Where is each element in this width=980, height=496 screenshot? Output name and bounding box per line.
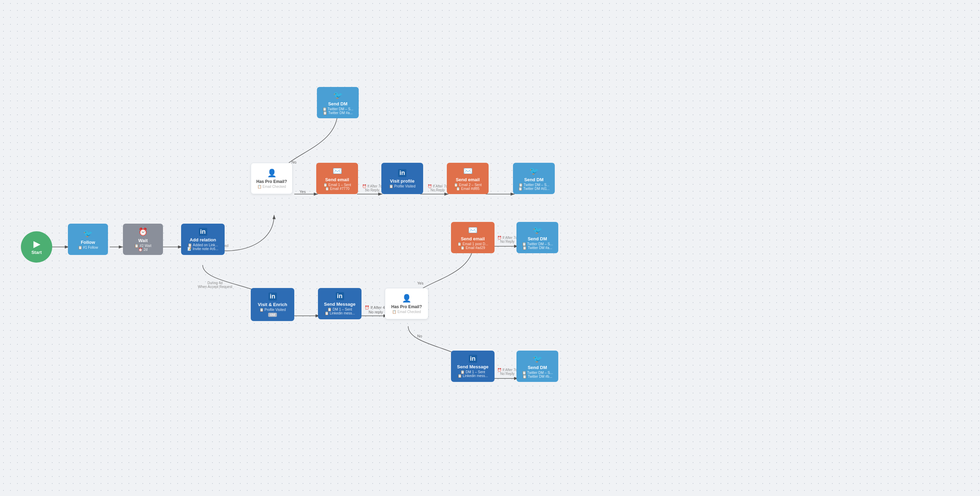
- no-bot-label: No: [417, 334, 422, 338]
- send-dm-top-node[interactable]: 🐦 Send DM 📋 Twitter DM – S... 📋 Twitter …: [317, 87, 359, 118]
- no-top-label: No: [291, 160, 296, 164]
- wait-sub1: 📋 #2 Wait: [134, 244, 151, 248]
- visit-profile-label: Visit profile: [390, 178, 415, 184]
- twitter-icon-mid-right: 🐦: [529, 166, 539, 176]
- follow-sub: 📋 #1 Follow: [78, 246, 98, 249]
- send-email-1-label: Send email: [325, 177, 349, 182]
- send-email-1-sub2: 📋 Email #7770: [325, 187, 350, 191]
- send-message-bot-sub1: 📋 DM 1 – Sent: [460, 370, 485, 374]
- visit-profile-sub: 📋 Profile Visited: [389, 184, 415, 188]
- send-email-3-label: Send email: [461, 236, 485, 241]
- linkedin-enrich-icon: in: [269, 293, 277, 301]
- send-dm-mid-right-sub1: 📋 Twitter DM – S...: [519, 183, 550, 187]
- send-email-1-node[interactable]: ✉️ Send email 📋 Email 1 – Sent 📋 Email #…: [316, 163, 358, 194]
- linkedin-icon: in: [199, 228, 207, 236]
- linkedin-message-icon: in: [336, 292, 344, 300]
- send-dm-mid-right-sub2: 📋 Twitter DM #d1...: [518, 187, 550, 191]
- send-dm-bot-right-top-label: Send DM: [528, 236, 547, 241]
- send-email-3-sub1: 📋 Email 1 post D...: [457, 242, 488, 246]
- if-after-7d-1-label: ⏰ If After 7d No Reply: [362, 184, 382, 192]
- follow-node[interactable]: 🐦 Follow 📋 #1 Follow: [68, 223, 108, 255]
- linkedin-message-bot-icon: in: [469, 355, 477, 363]
- person-icon-bot: 👤: [402, 294, 411, 303]
- add-relation-sub1: 📋 Added on Link...: [188, 243, 218, 247]
- add-relation-node[interactable]: in Add relation 📋 Added on Link... 📝 Inv…: [181, 223, 224, 255]
- follow-label: Follow: [81, 240, 95, 245]
- visit-enrich-node[interactable]: in Visit & Enrich 📋 Profile Visited Old: [251, 288, 294, 321]
- start-label: Start: [31, 250, 42, 255]
- send-dm-bot-right-bot-sub2: 📋 Twitter DM #b...: [522, 375, 552, 379]
- add-relation-label: Add relation: [190, 237, 216, 242]
- when-accept-label: During 4d When Accept Request: [198, 281, 232, 289]
- clock-icon: ⏰: [138, 228, 148, 236]
- email-icon-3: ✉️: [468, 226, 477, 235]
- send-message-sub1: 📋 DM 1 – Sent: [327, 307, 352, 311]
- twitter-icon: 🐦: [83, 229, 93, 238]
- follow-sub-icon: 📋: [78, 246, 82, 249]
- send-email-2-sub2: 📋 Email #df85: [456, 187, 480, 191]
- send-dm-bot-right-top-node[interactable]: 🐦 Send DM 📋 Twitter DM – S... 📋 Twitter …: [517, 222, 558, 253]
- has-pro-email-bot-label: Has Pro Email?: [391, 304, 422, 309]
- send-email-1-sub1: 📋 Email 1 – Sent: [323, 183, 351, 187]
- if-after-7d-2-label: ⏰ If After 7d No Reply: [428, 184, 448, 192]
- send-message-sub2: 📋 Linkedin mess...: [325, 311, 355, 315]
- has-pro-email-bot-node[interactable]: 👤 Has Pro Email? 📋 Email Checked: [385, 288, 428, 319]
- send-dm-mid-right-node[interactable]: 🐦 Send DM 📋 Twitter DM – S... 📋 Twitter …: [513, 163, 555, 194]
- has-pro-email-top-label: Has Pro Email?: [256, 179, 287, 184]
- visit-enrich-sub: 📋 Profile Visited: [259, 308, 286, 312]
- visit-enrich-label: Visit & Enrich: [258, 302, 287, 307]
- has-pro-email-top-node[interactable]: 👤 Has Pro Email? 📋 Email Checked: [251, 163, 293, 194]
- start-node[interactable]: ▶ Start: [21, 231, 52, 263]
- if-after-7d-4-label: ⏰ If After 7d No Reply: [497, 368, 517, 376]
- old-badge: Old: [268, 313, 277, 317]
- send-dm-bot-right-bot-node[interactable]: 🐦 Send DM 📋 Twitter DM – S... 📋 Twitter …: [517, 350, 558, 382]
- person-icon: 👤: [267, 169, 277, 178]
- send-dm-mid-right-label: Send DM: [524, 177, 544, 182]
- has-pro-email-bot-sub: 📋 Email Checked: [392, 310, 421, 314]
- send-dm-top-label: Send DM: [328, 101, 348, 106]
- email-icon-1: ✉️: [332, 166, 342, 176]
- email-icon-2: ✉️: [463, 166, 473, 176]
- send-message-bot-sub2: 📋 Linkedin mess...: [458, 374, 488, 378]
- yes-top-label: Yes: [299, 190, 306, 194]
- send-dm-bot-right-bot-label: Send DM: [528, 365, 547, 370]
- send-email-2-sub1: 📋 Email 2 – Sent: [454, 183, 482, 187]
- wait-label: Wait: [138, 238, 148, 243]
- send-email-3-sub2: 📋 Email #ad29: [460, 246, 485, 250]
- play-icon: ▶: [33, 239, 40, 249]
- yes-bot-label: Yes: [417, 281, 423, 285]
- wait-sub2: ⏰ 2d: [138, 248, 147, 252]
- send-dm-top-sub2: 📋 Twitter DM #a...: [323, 111, 352, 115]
- send-email-3-node[interactable]: ✉️ Send email 📋 Email 1 post D... 📋 Emai…: [451, 222, 495, 253]
- send-email-2-node[interactable]: ✉️ Send email 📋 Email 2 – Sent 📋 Email #…: [447, 163, 488, 194]
- send-message-bot-label: Send Message: [457, 364, 488, 369]
- send-message-bot-node[interactable]: in Send Message 📋 DM 1 – Sent 📋 Linkedin…: [451, 350, 495, 382]
- send-email-2-label: Send email: [456, 177, 480, 182]
- visit-profile-node[interactable]: in Visit profile 📋 Profile Visited: [381, 163, 423, 194]
- send-message-label: Send Message: [324, 301, 355, 307]
- send-dm-bot-right-bot-sub1: 📋 Twitter DM – S...: [522, 371, 553, 375]
- linkedin-visit-icon: in: [398, 169, 406, 177]
- twitter-icon-bot-right-top: 🐦: [533, 226, 542, 235]
- send-dm-bot-right-top-sub1: 📋 Twitter DM – S...: [522, 242, 553, 246]
- wait-node[interactable]: ⏰ Wait 📋 #2 Wait ⏰ 2d: [123, 223, 163, 255]
- send-dm-bot-right-top-sub2: 📋 Twitter DM #a...: [522, 246, 552, 250]
- send-message-node[interactable]: in Send Message 📋 DM 1 – Sent 📋 Linkedin…: [318, 288, 361, 319]
- if-after-7d-3-label: ⏰ If After 7d No Reply: [497, 236, 517, 244]
- has-pro-email-top-sub: 📋 Email Checked: [257, 185, 286, 189]
- no-reply-4d-label: ⏰ If After 4d No reply: [364, 305, 387, 314]
- twitter-icon-dm-top: 🐦: [333, 91, 343, 100]
- send-dm-top-sub1: 📋 Twitter DM – S...: [323, 107, 353, 111]
- twitter-icon-bot-right-bot: 🐦: [533, 355, 542, 363]
- add-relation-sub2: 📝 Invite note #c6...: [187, 247, 218, 251]
